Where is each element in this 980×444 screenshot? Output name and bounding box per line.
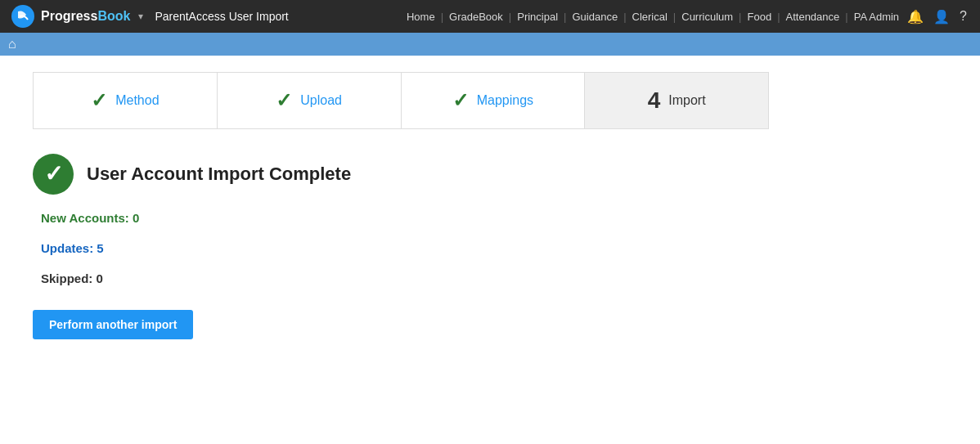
app-title: ParentAccess User Import [155,10,288,23]
progressbook-logo-icon [10,3,36,29]
app-dropdown-arrow[interactable]: ▾ [138,11,143,22]
step-check-mappings: ✓ [452,89,469,112]
wizard-step-upload: ✓ Upload [218,73,402,128]
wizard-step-mappings: ✓ Mappings [402,73,586,128]
logo-area[interactable]: ProgressBook [10,3,130,29]
wizard-step-method: ✓ Method [34,73,218,128]
nav-link-attendance[interactable]: Attendance [784,11,842,23]
step-number-import: 4 [648,87,661,114]
home-icon[interactable]: ⌂ [8,37,16,52]
step-check-upload: ✓ [276,89,292,112]
new-accounts-label: New Accounts: [41,211,129,225]
completion-section: ✓ User Account Import Complete [33,154,947,195]
wizard-step-import: 4 Import [585,73,768,128]
wizard-steps: ✓ Method ✓ Upload ✓ Mappings 4 Import [33,72,769,129]
stat-row-skipped: Skipped: 0 [41,271,947,285]
new-accounts-value: 0 [133,211,139,225]
step-check-method: ✓ [91,89,107,112]
nav-link-guidance[interactable]: Guidance [570,11,619,23]
step-label-method: Method [115,93,159,108]
step-label-mappings: Mappings [477,93,533,108]
stats-section: New Accounts: 0 Updates: 5 Skipped: 0 [41,211,947,285]
step-label-upload: Upload [300,93,342,108]
nav-link-gradebook[interactable]: GradeBook [447,11,505,23]
nav-link-clerical[interactable]: Clerical [631,11,669,23]
skipped-label: Skipped: [41,271,92,285]
user-icon[interactable]: 👤 [930,9,953,25]
stat-row-new-accounts: New Accounts: 0 [41,211,947,225]
skipped-value: 0 [97,271,103,285]
main-content: ✓ Method ✓ Upload ✓ Mappings 4 Import ✓ … [0,56,980,356]
updates-value: 5 [97,241,103,255]
completion-title: User Account Import Complete [87,164,351,185]
nav-link-pa-admin[interactable]: PA Admin [852,11,901,23]
nav-link-curriculum[interactable]: Curriculum [680,11,735,23]
nav-link-home[interactable]: Home [405,11,437,23]
bell-icon[interactable]: 🔔 [904,9,927,25]
sub-navigation: ⌂ [0,33,980,56]
help-icon[interactable]: ? [956,9,970,24]
nav-right: Home | GradeBook | Principal | Guidance … [405,9,970,25]
top-navigation: ProgressBook ▾ ParentAccess User Import … [0,0,980,33]
nav-left: ProgressBook ▾ ParentAccess User Import [10,3,289,29]
completion-check-circle: ✓ [33,154,74,195]
nav-link-food[interactable]: Food [745,11,773,23]
logo-text: ProgressBook [41,9,130,24]
nav-link-principal[interactable]: Principal [515,11,560,23]
perform-another-import-button[interactable]: Perform another import [33,310,193,339]
stat-row-updates: Updates: 5 [41,241,947,255]
completion-checkmark: ✓ [44,163,63,186]
step-label-import: Import [668,93,705,108]
updates-label: Updates: [41,241,93,255]
